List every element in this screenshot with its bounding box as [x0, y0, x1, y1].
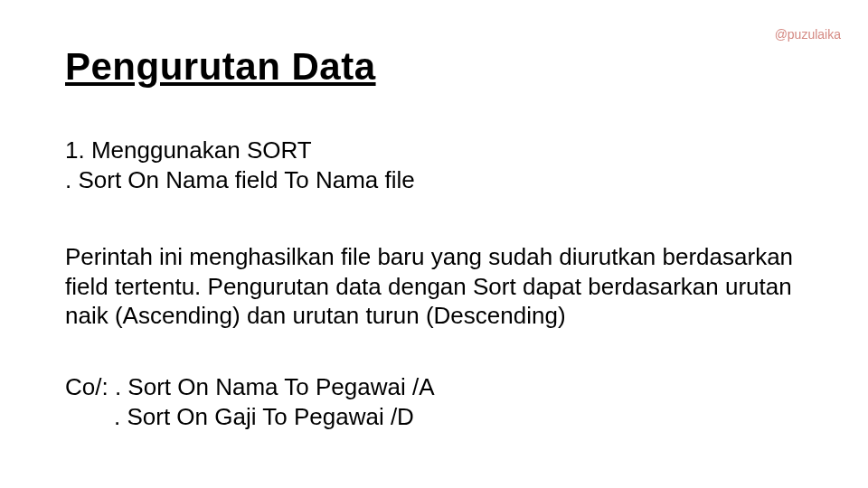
slide-container: @puzulaika Pengurutan Data 1. Menggunaka…: [0, 0, 868, 488]
page-title: Pengurutan Data: [65, 45, 376, 89]
example-block: Co/: . Sort On Nama To Pegawai /A . Sort…: [65, 372, 803, 431]
section-sort-usage: 1. Menggunakan SORT . Sort On Nama field…: [65, 136, 803, 194]
section1-line1: 1. Menggunakan SORT: [65, 136, 803, 165]
watermark-text: @puzulaika: [775, 27, 841, 42]
section1-line2: . Sort On Nama field To Nama file: [65, 165, 803, 195]
example-line2: . Sort On Gaji To Pegawai /D: [65, 402, 803, 432]
paragraph-description: Perintah ini menghasilkan file baru yang…: [65, 242, 814, 331]
example-line1: Co/: . Sort On Nama To Pegawai /A: [65, 372, 803, 402]
